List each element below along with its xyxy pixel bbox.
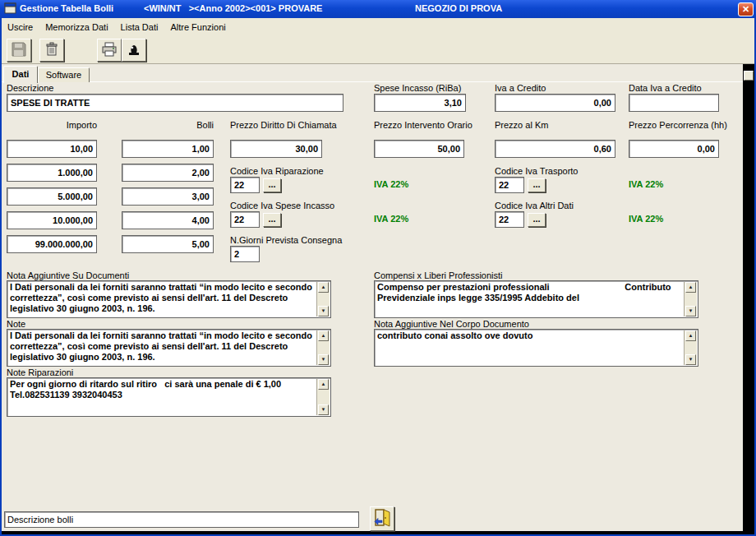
data-iva-a-credito-field[interactable]	[629, 94, 719, 112]
nota-documenti-textarea[interactable]: I Dati personali da lei forniti saranno …	[7, 280, 331, 318]
bolli-field-5[interactable]: 5,00	[122, 235, 214, 253]
scroll-up-icon[interactable]: ▲	[685, 282, 696, 293]
iva-trasporto-text: IVA 22%	[629, 179, 663, 189]
codice-iva-trasporto-label: Codice Iva Trasporto	[495, 166, 579, 176]
codice-iva-altri-dati-field[interactable]: 22	[495, 211, 524, 228]
nota-corpo-documento-textarea[interactable]: contributo conai assolto ove dovuto ▲ ▼	[374, 329, 698, 367]
app-icon	[4, 2, 16, 15]
prezzo-al-km-field[interactable]: 0,60	[495, 140, 615, 158]
menu-altre-funzioni[interactable]: Altre Funzioni	[164, 20, 232, 35]
prezzo-al-km-label: Prezzo al Km	[495, 120, 548, 130]
spese-incasso-field[interactable]: 3,10	[374, 94, 466, 112]
codice-iva-altri-dati-lookup-button[interactable]: ...	[528, 213, 546, 227]
codice-iva-trasporto-field[interactable]: 22	[495, 177, 524, 193]
note-textarea[interactable]: I Dati personali da lei forniti saranno …	[7, 329, 331, 367]
codice-iva-spese-incasso-label: Codice Iva Spese Incasso	[230, 201, 334, 210]
tab-panel-edge	[2, 81, 743, 82]
iva-riparazione-text: IVA 22%	[374, 179, 408, 189]
importo-header: Importo	[7, 120, 97, 130]
codice-iva-altri-dati-label: Codice Iva Altri Dati	[495, 201, 574, 210]
save-button[interactable]	[7, 39, 31, 62]
prezzo-intervento-orario-field[interactable]: 50,00	[374, 140, 464, 158]
session-info: <WIN/NT ><Anno 2002><001> PROVARE	[144, 3, 322, 13]
importo-field-1[interactable]: 10,00	[7, 140, 97, 158]
compensi-label: Compensi x Liberi Professionisti	[374, 270, 503, 280]
save-icon	[11, 41, 27, 59]
codice-iva-riparazione-label: Codice Iva Riparazione	[230, 166, 324, 176]
menu-memorizza-dati[interactable]: Memorizza Dati	[39, 20, 114, 35]
exit-door-icon	[372, 508, 392, 529]
print-icon	[101, 41, 118, 59]
toolbar	[2, 35, 754, 64]
note-riparazioni-scrollbar[interactable]: ▲ ▼	[316, 379, 330, 415]
importo-field-3[interactable]: 5.000,00	[7, 187, 97, 206]
codice-iva-riparazione-lookup-button[interactable]: ...	[263, 178, 281, 192]
nota-documenti-label: Nota Aggiuntive Su Documenti	[7, 270, 129, 280]
scroll-down-icon[interactable]: ▼	[685, 306, 696, 317]
tab-software[interactable]: Software	[38, 67, 90, 82]
window-title: Gestione Tabella Bolli	[20, 3, 113, 13]
prezzo-percorrenza-field[interactable]: 0,00	[629, 140, 719, 158]
scroll-down-icon[interactable]: ▼	[318, 306, 329, 317]
close-icon: ✕	[742, 4, 749, 14]
prezzo-diritto-chiamata-label: Prezzo Diritto Di Chiamata	[230, 120, 337, 130]
compensi-textarea[interactable]: Compenso per prestazioni professionali C…	[374, 280, 698, 318]
scroll-up-icon[interactable]: ▲	[318, 379, 329, 390]
iva-spese-incasso-text: IVA 22%	[374, 214, 408, 224]
company-name: NEGOZIO DI PROVA	[415, 3, 502, 13]
scrollbar-nub[interactable]	[744, 71, 754, 81]
giorni-consegna-field[interactable]: 2	[230, 246, 260, 262]
descrizione-label: Descrizione	[7, 83, 53, 93]
codice-iva-trasporto-lookup-button[interactable]: ...	[528, 178, 546, 192]
menu-lista-dati[interactable]: Lista Dati	[115, 20, 165, 35]
prezzo-percorrenza-label: Prezzo Percorrenza (hh)	[629, 120, 727, 130]
importo-field-4[interactable]: 10.000,00	[7, 211, 97, 229]
prezzo-diritto-chiamata-field[interactable]: 30,00	[230, 140, 322, 158]
menu-bar: Uscire Memorizza Dati Lista Dati Altre F…	[2, 18, 754, 35]
scroll-down-icon[interactable]: ▼	[685, 354, 696, 365]
codice-iva-riparazione-field[interactable]: 22	[230, 177, 260, 193]
descrizione-bolli-field[interactable]: Descrizione bolli	[4, 511, 359, 528]
stamp-icon	[126, 41, 142, 59]
delete-icon	[44, 41, 60, 59]
data-iva-a-credito-label: Data Iva a Credito	[629, 83, 702, 93]
scroll-up-icon[interactable]: ▲	[318, 282, 329, 293]
scroll-up-icon[interactable]: ▲	[685, 330, 696, 341]
descrizione-field[interactable]: SPESE DI TRATTE	[7, 94, 343, 112]
menu-uscire[interactable]: Uscire	[2, 20, 39, 35]
iva-a-credito-label: Iva a Credito	[495, 83, 546, 93]
tab-dati[interactable]: Dati	[3, 66, 38, 83]
bolli-field-3[interactable]: 3,00	[122, 187, 214, 206]
stamp-button[interactable]	[122, 39, 146, 62]
bolli-field-4[interactable]: 4,00	[122, 211, 214, 229]
iva-a-credito-field[interactable]: 0,00	[495, 94, 615, 112]
codice-iva-spese-incasso-field[interactable]: 22	[230, 211, 260, 228]
nota-documenti-scrollbar[interactable]: ▲ ▼	[316, 282, 330, 317]
close-button[interactable]: ✕	[738, 2, 754, 16]
prezzo-intervento-orario-label: Prezzo Intervento Orario	[374, 120, 472, 130]
bolli-field-1[interactable]: 1,00	[122, 140, 214, 158]
note-riparazioni-textarea[interactable]: Per ogni giorno di ritardo sul ritiro ci…	[7, 377, 331, 417]
print-button[interactable]	[97, 39, 122, 62]
note-riparazioni-label: Note Riparazioni	[7, 367, 73, 377]
delete-button[interactable]	[39, 39, 64, 62]
scroll-up-icon[interactable]: ▲	[318, 330, 329, 341]
nota-corpo-scrollbar[interactable]: ▲ ▼	[684, 330, 697, 365]
bolli-field-2[interactable]: 2,00	[122, 164, 214, 182]
spese-incasso-label: Spese Incasso (RiBa)	[374, 83, 461, 93]
exit-button[interactable]	[370, 506, 394, 531]
bolli-header: Bolli	[122, 120, 214, 130]
importo-field-2[interactable]: 1.000,00	[7, 164, 97, 182]
app-window: Gestione Tabella Bolli <WIN/NT ><Anno 20…	[0, 0, 756, 536]
note-label: Note	[7, 319, 25, 329]
title-bar[interactable]: Gestione Tabella Bolli <WIN/NT ><Anno 20…	[0, 0, 756, 18]
scroll-down-icon[interactable]: ▼	[318, 404, 329, 415]
nota-corpo-documento-label: Nota Aggiuntive Nel Corpo Documento	[374, 319, 529, 329]
note-scrollbar[interactable]: ▲ ▼	[316, 330, 330, 365]
codice-iva-spese-incasso-lookup-button[interactable]: ...	[263, 213, 281, 227]
compensi-scrollbar[interactable]: ▲ ▼	[684, 282, 697, 317]
scroll-down-icon[interactable]: ▼	[318, 354, 329, 365]
giorni-consegna-label: N.Giorni Prevista Consegna	[230, 235, 342, 245]
importo-field-5[interactable]: 99.000.000,00	[7, 235, 97, 253]
iva-altri-dati-text: IVA 22%	[629, 214, 663, 224]
